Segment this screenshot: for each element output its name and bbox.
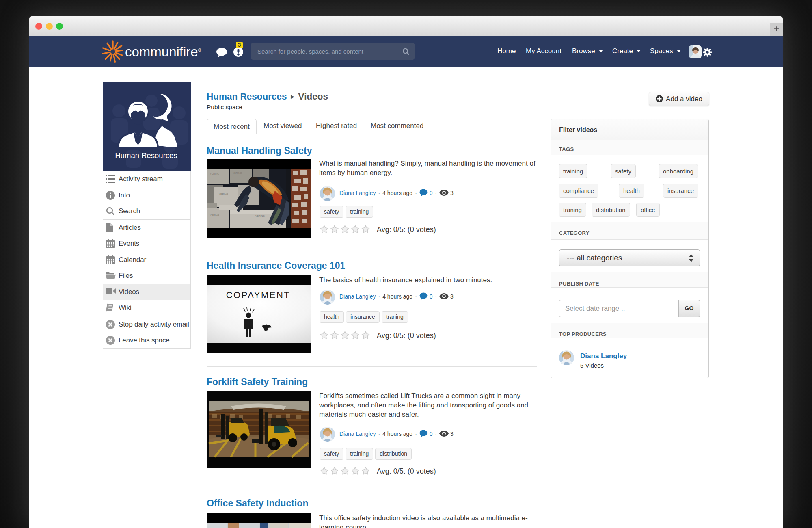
svg-text:COPAYMENT: COPAYMENT: [226, 290, 291, 300]
svg-text:Human Resources: Human Resources: [115, 151, 177, 160]
